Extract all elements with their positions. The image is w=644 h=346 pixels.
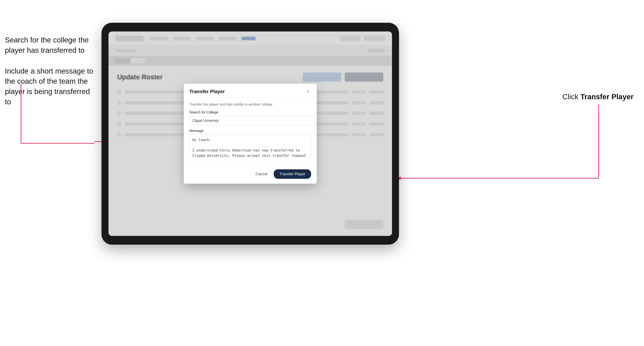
annotation-right: Click Transfer Player [562, 93, 634, 101]
annotation-right-prefix: Click [562, 93, 580, 101]
cancel-button[interactable]: Cancel [252, 170, 271, 178]
annotation-right-bold: Transfer Player [580, 93, 634, 101]
modal-body: Transfer the player and their profile to… [184, 98, 317, 166]
message-label: Message [189, 129, 311, 133]
modal-overlay: Transfer Player × Transfer the player an… [108, 31, 392, 236]
modal-close-button[interactable]: × [305, 89, 311, 95]
modal-subtitle: Transfer the player and their profile to… [189, 102, 311, 106]
tablet-device: Update Roster [102, 23, 399, 245]
annotation-text-1: Search for the college the player has tr… [5, 35, 96, 56]
search-college-label: Search for College [189, 110, 311, 114]
search-college-group: Search for College [189, 110, 311, 125]
tablet-screen: Update Roster [108, 31, 392, 236]
transfer-player-button[interactable]: Transfer Player [274, 169, 311, 179]
modal-header: Transfer Player × [184, 84, 317, 98]
message-group: Message Hi Coach, I understand Chris Rob… [189, 129, 311, 158]
annotation-text-2: Include a short message to the coach of … [5, 66, 96, 107]
annotation-left: Search for the college the player has tr… [5, 35, 96, 118]
modal-title: Transfer Player [189, 89, 225, 94]
message-textarea[interactable]: Hi Coach, I understand Chris Robertson h… [189, 135, 311, 157]
search-college-input[interactable] [189, 116, 311, 125]
modal-footer: Cancel Transfer Player [184, 166, 317, 184]
transfer-player-modal: Transfer Player × Transfer the player an… [184, 84, 317, 184]
